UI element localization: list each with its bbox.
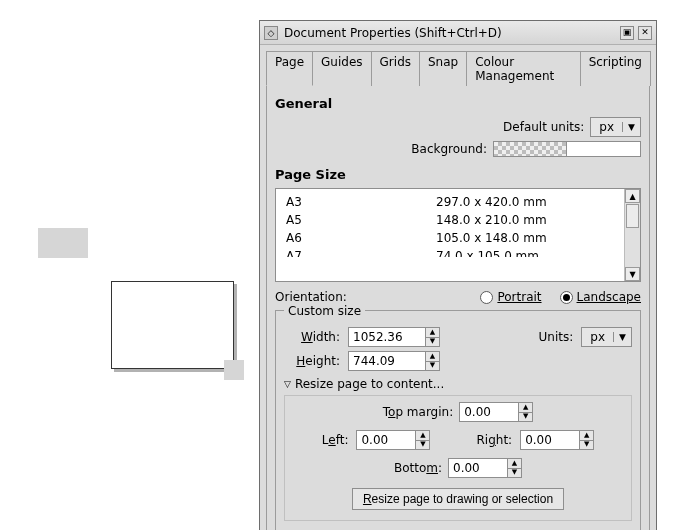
page-dim: 148.0 x 210.0 mm	[436, 213, 547, 227]
resize-page-button[interactable]: Resize page to drawing or selection	[352, 488, 564, 510]
background-label: Background:	[411, 142, 487, 156]
top-margin-spin[interactable]: ▲▼	[459, 402, 533, 422]
margins-group: Top margin: ▲▼ Left: ▲▼ Right:	[284, 395, 632, 521]
default-units-row: Default units: px ▼	[275, 117, 641, 137]
height-label: Height:	[284, 354, 340, 368]
spin-up-icon[interactable]: ▲	[508, 458, 522, 468]
page-size-items: A3 297.0 x 420.0 mm A5 148.0 x 210.0 mm …	[276, 189, 624, 281]
height-row: Height: ▲▼	[284, 351, 632, 371]
orientation-row: Orientation: Portrait Landscape	[275, 290, 641, 304]
spin-down-icon[interactable]: ▼	[416, 440, 430, 451]
default-units-label: Default units:	[503, 120, 584, 134]
custom-size-legend: Custom size	[284, 304, 365, 318]
right-margin-spin[interactable]: ▲▼	[520, 430, 594, 450]
spin-down-icon[interactable]: ▼	[426, 361, 440, 372]
default-units-value: px	[591, 120, 622, 134]
list-item[interactable]: A3 297.0 x 420.0 mm	[276, 193, 624, 211]
top-margin-row: Top margin: ▲▼	[291, 402, 625, 422]
custom-size-fieldset: Custom size Width: ▲▼ Units: px ▼	[275, 310, 641, 530]
page-size-list[interactable]: A3 297.0 x 420.0 mm A5 148.0 x 210.0 mm …	[275, 188, 641, 282]
height-input[interactable]	[348, 351, 426, 371]
spin-up-icon[interactable]: ▲	[416, 430, 430, 440]
spin-down-icon[interactable]: ▼	[426, 337, 440, 348]
radio-portrait[interactable]: Portrait	[480, 290, 541, 304]
left-margin-spin[interactable]: ▲▼	[356, 430, 430, 450]
default-units-combo[interactable]: px ▼	[590, 117, 641, 137]
list-item[interactable]: A7 74.0 x 105.0 mm	[276, 247, 624, 257]
tab-colour-management[interactable]: Colour Management	[466, 51, 580, 86]
custom-units-value: px	[582, 330, 613, 344]
landscape-label: Landscape	[577, 290, 641, 304]
spin-down-icon[interactable]: ▼	[519, 412, 533, 423]
right-margin-input[interactable]	[520, 430, 580, 450]
chevron-down-icon: ▼	[613, 332, 631, 342]
width-row: Width: ▲▼ Units: px ▼	[284, 327, 632, 347]
bottom-margin-row: Bottom: ▲▼	[291, 458, 625, 478]
list-item[interactable]: A6 105.0 x 148.0 mm	[276, 229, 624, 247]
canvas-shape	[38, 228, 88, 258]
canvas-page	[111, 281, 234, 369]
background-checker[interactable]	[493, 141, 567, 157]
scrollbar[interactable]: ▲ ▼	[624, 189, 640, 281]
page-size-heading: Page Size	[275, 167, 641, 182]
spin-up-icon[interactable]: ▲	[580, 430, 594, 440]
spin-up-icon[interactable]: ▲	[426, 327, 440, 337]
resize-disclosure[interactable]: ▽ Resize page to content...	[284, 377, 632, 391]
background-row: Background:	[275, 141, 641, 157]
bottom-margin-input[interactable]	[448, 458, 508, 478]
titlebar[interactable]: ◇ Document Properties (Shift+Ctrl+D) ▣ ✕	[260, 21, 656, 45]
list-item[interactable]: A5 148.0 x 210.0 mm	[276, 211, 624, 229]
top-margin-input[interactable]	[459, 402, 519, 422]
scroll-thumb[interactable]	[626, 204, 639, 228]
right-margin-label: Right:	[476, 433, 512, 447]
tab-grids[interactable]: Grids	[371, 51, 420, 86]
lr-margin-row: Left: ▲▼ Right: ▲▼	[291, 430, 625, 450]
spin-down-icon[interactable]: ▼	[580, 440, 594, 451]
width-spin[interactable]: ▲▼	[348, 327, 440, 347]
page-name: A6	[286, 231, 436, 245]
tab-bar: Page Guides Grids Snap Colour Management…	[260, 45, 656, 86]
resize-title: Resize page to content...	[295, 377, 444, 391]
radio-landscape[interactable]: Landscape	[560, 290, 641, 304]
general-heading: General	[275, 96, 641, 111]
tab-panel-page: General Default units: px ▼ Background: …	[266, 85, 650, 530]
left-margin-label: Left:	[322, 433, 349, 447]
tab-guides[interactable]: Guides	[312, 51, 372, 86]
scroll-up-icon[interactable]: ▲	[625, 189, 640, 203]
width-label: Width:	[284, 330, 340, 344]
units-label: Units:	[539, 330, 574, 344]
spin-down-icon[interactable]: ▼	[508, 468, 522, 479]
top-margin-label: Top margin:	[383, 405, 453, 419]
tab-scripting[interactable]: Scripting	[580, 51, 651, 86]
page-dim: 74.0 x 105.0 mm	[436, 249, 539, 255]
custom-units-combo[interactable]: px ▼	[581, 327, 632, 347]
resize-button-row: Resize page to drawing or selection	[291, 488, 625, 510]
background-swatch[interactable]	[567, 141, 641, 157]
page-dim: 297.0 x 420.0 mm	[436, 195, 547, 209]
document-properties-dialog: ◇ Document Properties (Shift+Ctrl+D) ▣ ✕…	[259, 20, 657, 530]
width-input[interactable]	[348, 327, 426, 347]
canvas-handle	[224, 360, 244, 380]
left-margin-input[interactable]	[356, 430, 416, 450]
page-name: A7	[286, 249, 436, 255]
page-name: A3	[286, 195, 436, 209]
app-icon: ◇	[264, 26, 278, 40]
tab-snap[interactable]: Snap	[419, 51, 467, 86]
window-title: Document Properties (Shift+Ctrl+D)	[282, 26, 616, 40]
bottom-margin-spin[interactable]: ▲▼	[448, 458, 522, 478]
tab-page[interactable]: Page	[266, 51, 313, 86]
scroll-down-icon[interactable]: ▼	[625, 267, 640, 281]
spin-up-icon[interactable]: ▲	[519, 402, 533, 412]
scroll-track[interactable]	[625, 203, 640, 267]
radio-icon	[480, 291, 493, 304]
spin-up-icon[interactable]: ▲	[426, 351, 440, 361]
page-name: A5	[286, 213, 436, 227]
height-spin[interactable]: ▲▼	[348, 351, 440, 371]
portrait-label: Portrait	[497, 290, 541, 304]
orientation-label: Orientation:	[275, 290, 347, 304]
close-button[interactable]: ✕	[638, 26, 652, 40]
shade-button[interactable]: ▣	[620, 26, 634, 40]
chevron-down-icon: ▼	[622, 122, 640, 132]
bottom-margin-label: Bottom:	[394, 461, 442, 475]
triangle-down-icon: ▽	[284, 379, 291, 389]
